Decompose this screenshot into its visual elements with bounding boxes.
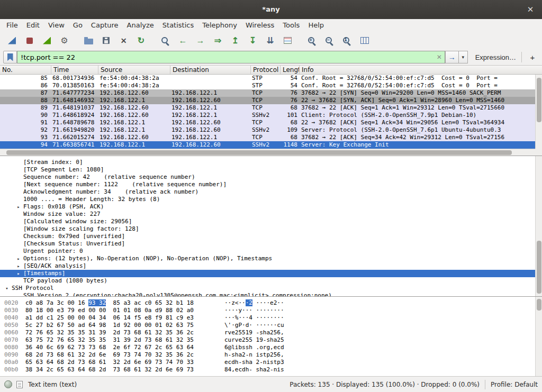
hex-row[interactable]: 00a065 63 64 68 2d 73 68 61 32 2d 6e 69 …	[4, 359, 542, 366]
detail-line[interactable]: ▸Options: (12 bytes), No-Operation (NOP)…	[0, 255, 542, 262]
packet-row[interactable]: 8568.001734936fe:54:00:d4:38:2aSTP54Conf…	[0, 75, 535, 82]
expander-icon[interactable]: ▸	[14, 256, 23, 261]
capture-comment-icon[interactable]	[16, 381, 23, 388]
restart-capture-button[interactable]	[39, 33, 55, 48]
detail-line[interactable]: [Checksum Status: Unverified]	[0, 240, 542, 248]
profile-label[interactable]: Profile: Default	[491, 381, 538, 388]
packet-row[interactable]: 9071.648618924192.168.122.60192.168.122.…	[0, 112, 535, 119]
go-to-packet-button[interactable]: ⇒	[210, 33, 226, 48]
packet-row-selected[interactable]: 9471.663856741192.168.122.1192.168.122.6…	[0, 141, 535, 149]
scrollbar-thumb[interactable]	[537, 299, 541, 311]
open-file-button[interactable]	[80, 33, 97, 48]
detail-line[interactable]: Acknowledgment number: 34 (relative ack …	[0, 188, 542, 196]
detail-line[interactable]: SSH Version 2 (encryption:chacha20-poly1…	[0, 292, 542, 296]
add-filter-button[interactable]: +	[526, 51, 539, 63]
packet-row[interactable]: 8771.647777234192.168.122.60192.168.122.…	[0, 89, 535, 97]
detail-line[interactable]: [Calculated window size: 29056]	[0, 218, 542, 225]
detail-line[interactable]: [Next sequence number: 1122 (relative se…	[0, 181, 542, 188]
expander-icon[interactable]: ▸	[14, 263, 23, 269]
hex-row[interactable]: 006072 76 65 32 35 35 31 39 2d 73 68 61 …	[4, 329, 542, 336]
menu-telephony[interactable]: Telephony	[198, 19, 241, 32]
detail-line[interactable]: Checksum: 0x79ed [unverified]	[0, 233, 542, 240]
hex-row[interactable]: 0020c0 a8 7a 3c 00 16 93 32 85 a3 ac c0 …	[4, 299, 542, 307]
hex-row[interactable]: 009068 2d 73 68 61 32 2d 6e 69 73 74 70 …	[4, 351, 542, 359]
column-header-time[interactable]: Time	[51, 66, 98, 74]
detail-line[interactable]: Sequence number: 42 (relative sequence n…	[0, 174, 542, 181]
scrollbar-thumb[interactable]	[537, 241, 541, 294]
detail-line[interactable]: Window size value: 227	[0, 211, 542, 218]
close-file-button[interactable]: ✕	[115, 33, 132, 48]
resize-columns-button[interactable]	[356, 33, 373, 48]
column-header-no[interactable]: No.	[0, 66, 51, 74]
detail-line[interactable]: [Window size scaling factor: 128]	[0, 225, 542, 233]
detail-line[interactable]: ▸[SEQ/ACK analysis]	[0, 262, 542, 270]
detail-line[interactable]: TCP payload (1080 bytes)	[0, 277, 542, 285]
column-header-destination[interactable]: Destination	[170, 66, 251, 74]
zoom-in-button[interactable]: +	[304, 33, 320, 48]
detail-line[interactable]: ▾SSH Protocol	[0, 285, 542, 292]
close-window-button[interactable]: ✕	[523, 0, 538, 19]
column-header-source[interactable]: Source	[98, 66, 170, 74]
go-back-button[interactable]: ←	[175, 33, 191, 48]
display-filter-input[interactable]	[17, 51, 434, 63]
go-last-button[interactable]: ↧	[245, 33, 261, 48]
expert-info-icon[interactable]	[4, 380, 12, 388]
go-first-button[interactable]: ↥	[227, 33, 243, 48]
menu-go[interactable]: Go	[69, 19, 87, 32]
detail-line[interactable]: ▸Flags: 0x018 (PSH, ACK)	[0, 203, 542, 211]
packet-list-horizontal-scrollbar[interactable]	[0, 149, 535, 156]
hex-row[interactable]: 00b038 34 2c 65 63 64 68 2d 73 68 61 32 …	[4, 366, 542, 373]
scrollbar-thumb[interactable]	[537, 78, 541, 122]
find-packet-button[interactable]	[157, 33, 174, 48]
normal-size-button[interactable]: 1	[339, 33, 355, 48]
scrollbar-thumb[interactable]	[6, 150, 512, 155]
hex-vertical-scrollbar[interactable]	[535, 297, 542, 376]
column-header-protocol[interactable]: Protocol	[251, 66, 281, 74]
menu-analyze[interactable]: Analyze	[123, 19, 158, 32]
packet-row[interactable]: 9171.648789678192.168.122.1192.168.122.6…	[0, 119, 535, 126]
clear-filter-button[interactable]: ✕	[434, 53, 445, 61]
menu-file[interactable]: File	[2, 19, 22, 32]
menu-help[interactable]: Help	[304, 19, 328, 32]
hex-row[interactable]: 007063 75 72 76 65 32 35 35 31 39 2d 73 …	[4, 336, 542, 344]
menu-statistics[interactable]: Statistics	[158, 19, 198, 32]
menu-view[interactable]: View	[44, 19, 69, 32]
column-header-info[interactable]: Info	[300, 66, 542, 74]
zoom-out-button[interactable]: −	[321, 33, 338, 48]
packet-row[interactable]: 8971.648191037192.168.122.60192.168.122.…	[0, 104, 535, 112]
filter-bookmark-button[interactable]	[3, 51, 17, 63]
detail-vertical-scrollbar[interactable]	[535, 156, 542, 296]
start-capture-button[interactable]	[4, 33, 20, 48]
go-forward-button[interactable]: →	[192, 33, 209, 48]
packet-row[interactable]: 9271.661949820192.168.122.1192.168.122.6…	[0, 126, 535, 134]
stop-capture-button[interactable]	[21, 33, 38, 48]
packet-row[interactable]: 8871.648146932192.168.122.1192.168.122.6…	[0, 97, 535, 104]
menu-capture[interactable]: Capture	[87, 19, 123, 32]
detail-line[interactable]: [TCP Segment Len: 1080]	[0, 166, 542, 174]
expander-icon[interactable]: ▸	[14, 204, 23, 209]
packet-row[interactable]: 9371.662015274192.168.122.60192.168.122.…	[0, 134, 535, 141]
hex-row[interactable]: 00505c 27 b2 67 50 ad 64 98 1d 92 00 00 …	[4, 322, 542, 329]
expression-button[interactable]: Expression…	[475, 53, 516, 61]
detail-line[interactable]: 1000 .... = Header Length: 32 bytes (8)	[0, 196, 542, 203]
reload-button[interactable]: ↻	[133, 33, 149, 48]
detail-line[interactable]: [Stream index: 0]	[0, 159, 542, 166]
hex-row[interactable]: 008036 40 6c 69 62 73 73 68 2e 6f 72 67 …	[4, 344, 542, 351]
menu-tools[interactable]: Tools	[278, 19, 304, 32]
hex-row[interactable]: 0040a1 dd c1 25 00 00 04 34 06 14 f5 e8 …	[4, 314, 542, 322]
expander-icon[interactable]: ▸	[14, 271, 23, 276]
apply-filter-button[interactable]: →	[445, 51, 459, 63]
detail-line[interactable]: Urgent pointer: 0	[0, 248, 542, 255]
colorize-button[interactable]	[279, 33, 296, 48]
save-file-button[interactable]	[98, 33, 114, 48]
column-header-length[interactable]: Length	[281, 66, 300, 74]
detail-line-selected[interactable]: ▸[Timestamps]	[0, 270, 542, 277]
packet-row[interactable]: 8670.013850163fe:54:00:d4:38:2aSTP54Conf…	[0, 82, 535, 89]
menu-wireless[interactable]: Wireless	[241, 19, 278, 32]
hex-row[interactable]: 003080 18 00 e3 79 ed 00 00 01 01 08 0a …	[4, 307, 542, 314]
expander-icon[interactable]: ▾	[2, 286, 12, 291]
auto-scroll-button[interactable]: ⇊	[262, 33, 278, 48]
packet-list-vertical-scrollbar[interactable]	[535, 75, 542, 149]
capture-options-button[interactable]: ⚙	[56, 33, 73, 48]
filter-dropdown-button[interactable]: ▾	[459, 51, 468, 63]
